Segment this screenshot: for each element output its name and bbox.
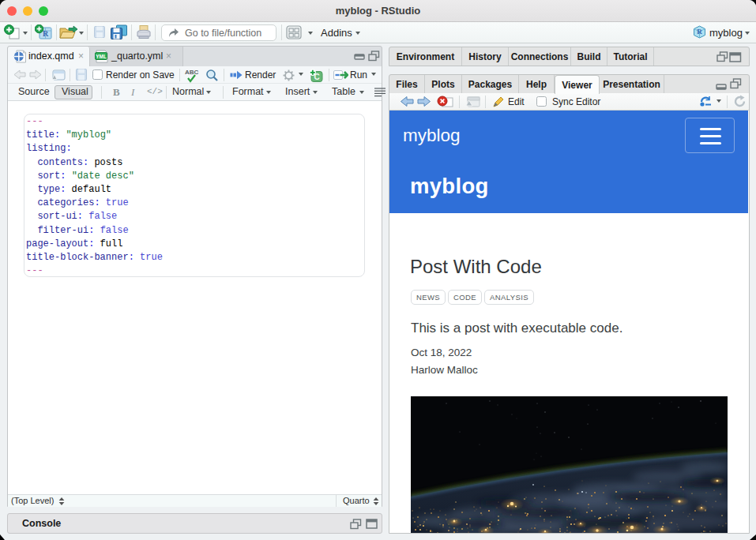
svg-text:R: R xyxy=(697,28,702,36)
svg-text:YML: YML xyxy=(96,54,107,59)
svg-text:R: R xyxy=(43,29,49,38)
svg-text:ABC: ABC xyxy=(185,69,199,76)
